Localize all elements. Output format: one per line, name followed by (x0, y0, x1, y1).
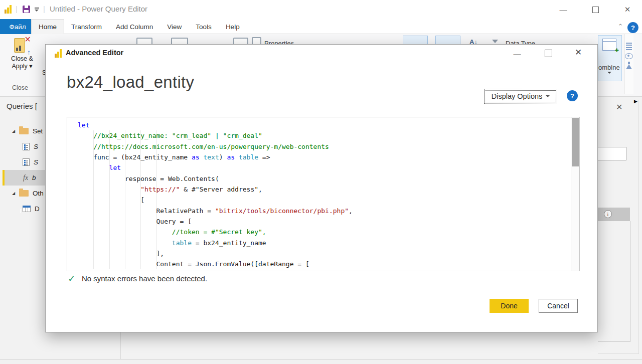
ribbon-group-label-close: Close (0, 84, 40, 91)
minimize-button[interactable]: — (556, 4, 570, 16)
code-line: //bx24_entity_name: "crm_lead" | "crm_de… (67, 130, 571, 141)
filter-icon[interactable] (492, 40, 498, 43)
query-item-label: S (34, 158, 38, 166)
checkmark-icon: ✓ (68, 273, 76, 284)
parameter-icon (23, 143, 30, 150)
tab-view[interactable]: View (160, 19, 189, 34)
tab-file[interactable]: Файл (0, 19, 35, 34)
dialog-maximize-button[interactable] (542, 48, 554, 59)
properties-info-bar: i (598, 208, 630, 221)
status-message: No syntax errors have been detected. (82, 274, 207, 283)
maximize-button[interactable] (588, 4, 602, 16)
code-line: RelativePath = "bitrix/tools/biconnector… (67, 206, 571, 216)
chevron-down-icon (607, 72, 611, 74)
queries-panel-header: Queries [ (7, 102, 37, 110)
fx-icon: fx (23, 174, 28, 182)
eye-icon[interactable] (625, 53, 633, 59)
settings-pane-border (598, 353, 638, 354)
folder-icon (19, 128, 29, 134)
close-apply-label-2: Apply ▾ (12, 63, 32, 70)
close-and-apply-icon: ✕↑ (13, 36, 31, 55)
dialog-close-button[interactable]: ✕ (572, 47, 584, 58)
code-line: ], (67, 248, 571, 259)
parameter-icon (23, 158, 30, 166)
save-icon[interactable] (23, 6, 30, 13)
expand-triangle-icon[interactable]: ◢ (12, 129, 17, 133)
code-line: startDate = Date.ToText(startDate, "yyyy… (67, 270, 571, 271)
query-settings-close-icon[interactable]: ✕ (616, 102, 622, 112)
dialog-title: Advanced Editor (66, 49, 123, 57)
close-button[interactable]: ✕ (620, 4, 634, 16)
panel-expand-arrow-icon[interactable]: ▶ (634, 99, 637, 104)
help-icon[interactable]: ? (627, 22, 638, 33)
titlebar-separator: | (16, 5, 18, 13)
close-and-apply-button[interactable]: ✕↑ Close & Apply ▾ (5, 36, 39, 78)
flask-icon[interactable] (626, 64, 632, 69)
close-apply-label-1: Close & (11, 55, 33, 63)
combine-button[interactable]: ombine (598, 35, 622, 81)
dialog-minimize-button[interactable]: — (511, 48, 523, 59)
table-icon (23, 206, 31, 212)
done-button[interactable]: Done (490, 299, 529, 313)
quick-access-toolbar-caret-icon[interactable] (35, 8, 39, 12)
scrollbar-thumb[interactable] (572, 118, 579, 166)
code-line: response = Web.Contents( (67, 173, 571, 184)
cancel-button[interactable]: Cancel (539, 299, 578, 313)
title-bar: | | Untitled - Power Query Editor — ✕ (0, 0, 642, 19)
info-icon: i (604, 210, 612, 218)
status-bar (0, 359, 642, 364)
tab-help[interactable]: Help (219, 19, 247, 34)
code-line: //token = #"Secret key", (67, 227, 571, 237)
code-line: "https://" & #"Server address", (67, 184, 571, 195)
power-bi-logo-icon (55, 49, 62, 58)
selection-accent-bar (3, 170, 5, 186)
combine-tables-icon (602, 39, 616, 51)
code-line: let (67, 162, 571, 173)
syntax-status: ✓ No syntax errors have been detected. (68, 273, 207, 284)
display-options-label: Display Options (492, 92, 543, 100)
code-line: func = (bx24_entity_name as text) as tab… (67, 152, 571, 162)
tab-tools[interactable]: Tools (189, 19, 219, 34)
code-line: [ (67, 195, 571, 205)
settings-pane-border (638, 100, 639, 354)
code-editor[interactable]: let//bx24_entity_name: "crm_lead" | "crm… (67, 117, 580, 271)
query-item-label: Oth (33, 190, 44, 197)
query-name-heading: bx24_load_entity (67, 73, 194, 92)
applied-steps-box (598, 221, 630, 342)
tab-add-column[interactable]: Add Column (109, 19, 160, 34)
query-item-label: Set (33, 127, 43, 135)
display-options-dropdown[interactable]: Display Options (486, 90, 556, 102)
folder-icon (19, 190, 29, 197)
power-query-editor-window: | | Untitled - Power Query Editor — ✕ Фа… (0, 0, 642, 364)
tab-transform[interactable]: Transform (64, 19, 109, 34)
code-line: Query = [ (67, 216, 571, 227)
combine-label: ombine (598, 64, 621, 71)
titlebar-separator: | (43, 5, 45, 13)
tab-strip: HomeTransformAdd ColumnViewToolsHelp (31, 19, 247, 34)
query-item-label: b (32, 174, 36, 181)
code-line: Content = Json.FromValue([dateRange = [ (67, 259, 571, 269)
panel-divider (120, 332, 121, 359)
code-line: //https://docs.microsoft.com/en-us/power… (67, 141, 571, 152)
tab-home[interactable]: Home (31, 19, 64, 34)
help-icon[interactable]: ? (567, 90, 578, 101)
power-bi-logo-icon (5, 5, 12, 14)
code-line: table = bx24_entity_name (67, 238, 571, 248)
query-name-input[interactable] (598, 147, 626, 160)
code-line: let (67, 120, 571, 130)
code-lines: let//bx24_entity_name: "crm_lead" | "crm… (67, 120, 571, 271)
expand-triangle-icon[interactable]: ◢ (12, 191, 17, 196)
chevron-down-icon (546, 95, 550, 97)
window-title: Untitled - Power Query Editor (50, 5, 147, 13)
query-item-label: D (35, 205, 40, 213)
right-icon-strip (624, 34, 633, 94)
list-lines-icon[interactable] (624, 34, 633, 50)
collapse-ribbon-chevron-icon[interactable]: ⌃ (616, 23, 625, 30)
query-item-label: S (34, 143, 38, 150)
advanced-editor-dialog: Advanced Editor — ✕ bx24_load_entity Dis… (45, 44, 598, 332)
editor-scrollbar[interactable] (571, 117, 579, 271)
